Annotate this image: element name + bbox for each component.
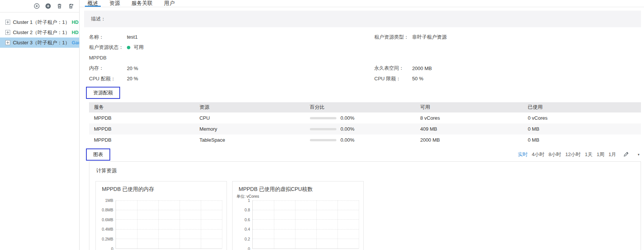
app-window: Cluster 1（叶子租户：1） HD Cluster 2（叶子租户：1） H… (0, 0, 644, 250)
chart-plot-area: 1MB 0.8MB 0.6MB 0.4MB 0.2MB 0 (100, 200, 222, 249)
chevron-down-icon[interactable]: ▾ (638, 153, 639, 156)
table-row-cpu: MPPDB CPU 0.00% 8 vCores 0 vCores (89, 112, 641, 123)
delete-restore-icon[interactable] (68, 3, 74, 9)
field-memory: 内存： 20 % (84, 63, 369, 74)
y-axis-labels: 1MB 0.8MB 0.6MB 0.4MB 0.2MB 0 (100, 200, 116, 249)
cpu-chart-card: MPPDB 已使用的虚拟CPU核数 单位: vCores 1 0.8 0.6 0… (232, 181, 364, 250)
table-row-tablespace: MPPDB TableSpace 0.00% 2000 MB 0 MB (89, 134, 641, 145)
status-dot-icon (127, 46, 130, 49)
chart-title: MPPDB 已使用的内存 (102, 186, 222, 193)
field-service-group: MPPDB (84, 53, 369, 63)
memory-chart-card: MPPDB 已使用的内存 1MB 0.8MB 0.6MB 0.4MB 0.2MB… (95, 181, 227, 250)
tab-users[interactable]: 用户 (163, 0, 176, 7)
description-banner: 描述： (84, 11, 641, 27)
percent-bar (310, 139, 336, 141)
tenant-fields: 名称： test1 租户资源状态： 可用 MPPDB 内存： 20 % (84, 32, 641, 84)
edit-time-range-icon[interactable] (623, 152, 629, 157)
cluster-tag: Gau (72, 40, 79, 45)
cluster-tree: Cluster 1（叶子租户：1） HD Cluster 2（叶子租户：1） H… (0, 12, 79, 48)
compute-resources-panel: 计算资源 MPPDB 已使用的内存 1MB 0.8MB 0.6MB 0.4MB (89, 161, 641, 250)
time-range-12h[interactable]: 12小时 (565, 151, 580, 158)
expand-icon[interactable] (5, 30, 10, 35)
quota-section-header: 资源配额 (86, 87, 641, 99)
tenant-status-value: 可用 (134, 44, 144, 51)
fields-right-column: 租户资源类型： 非叶子租户资源 永久表空间： 2000 MB CPU 限额： 5… (369, 32, 641, 84)
field-spacer (369, 42, 641, 53)
add-circle-icon[interactable] (34, 3, 40, 9)
delete-icon[interactable] (56, 3, 63, 9)
field-spacer (369, 53, 641, 63)
tab-bar: 概述 资源 服务关联 用户 (80, 0, 644, 7)
cluster-label: Cluster 2（叶子租户：1） (13, 29, 70, 36)
field-resource-type: 租户资源类型： 非叶子租户资源 (369, 32, 641, 42)
tab-overview[interactable]: 概述 (86, 0, 99, 7)
col-resource: 资源 (199, 102, 309, 112)
percent-bar (310, 117, 336, 119)
time-range-1m[interactable]: 1月 (608, 151, 616, 158)
tab-service-association[interactable]: 服务关联 (130, 0, 154, 7)
quota-section-title[interactable]: 资源配额 (86, 87, 120, 99)
fields-left-column: 名称： test1 租户资源状态： 可用 MPPDB 内存： 20 % (84, 32, 369, 84)
time-range-realtime[interactable]: 实时 (518, 151, 528, 158)
plot-grid (252, 200, 359, 249)
plot-grid (116, 200, 222, 249)
chart-unit-label (100, 194, 222, 200)
percent-bar (310, 128, 336, 130)
tree-item-cluster2[interactable]: Cluster 2（叶子租户：1） HD (0, 27, 79, 38)
tree-item-cluster3[interactable]: Cluster 3（叶子租户：1） Gau (0, 38, 79, 48)
cluster-label: Cluster 1（叶子租户：1） (13, 19, 70, 26)
charts-section-title[interactable]: 图表 (86, 148, 110, 161)
chart-cards: MPPDB 已使用的内存 1MB 0.8MB 0.6MB 0.4MB 0.2MB… (95, 181, 635, 250)
sidebar-toolbar (0, 0, 79, 12)
y-axis-labels: 1 0.8 0.6 0.4 0.2 0 (236, 200, 252, 249)
description-label: 描述： (91, 16, 106, 22)
col-service: 服务 (89, 102, 199, 112)
field-status: 租户资源状态： 可用 (84, 42, 369, 53)
percent-value: 0.00% (341, 137, 355, 143)
tab-resources[interactable]: 资源 (108, 0, 121, 7)
quota-table-header-row: 服务 资源 百分比 可用 已使用 (89, 102, 641, 112)
cluster-sidebar: Cluster 1（叶子租户：1） HD Cluster 2（叶子租户：1） H… (0, 0, 80, 250)
cluster-label: Cluster 3（叶子租户：1） (13, 39, 70, 46)
cluster-tag: HD (72, 30, 78, 35)
tree-item-cluster1[interactable]: Cluster 1（叶子租户：1） HD (0, 17, 79, 27)
col-available: 可用 (420, 102, 528, 112)
field-cpu-quota: CPU 配额： 20 % (84, 73, 369, 84)
col-used: 已使用 (528, 102, 641, 112)
time-range-selector: 实时 4小时 8小时 12小时 1天 1周 1月 ▾ (518, 151, 641, 158)
field-table-space: 永久表空间： 2000 MB (369, 63, 641, 74)
percent-value: 0.00% (341, 115, 355, 121)
time-range-1w[interactable]: 1周 (597, 151, 604, 158)
time-range-1d[interactable]: 1天 (585, 151, 592, 158)
add-circle-filled-icon[interactable] (45, 3, 51, 9)
overview-content: 描述： 名称： test1 租户资源状态： 可用 MPPDB (80, 7, 644, 250)
main-panel: 概述 资源 服务关联 用户 描述： 名称： test1 租户资源状态： 可 (80, 0, 644, 250)
tenant-name-value: test1 (127, 34, 138, 40)
chart-plot-area: 1 0.8 0.6 0.4 0.2 0 (236, 200, 359, 249)
time-range-4h[interactable]: 4小时 (532, 151, 544, 158)
expand-icon[interactable] (5, 40, 10, 45)
cluster-tag: HD (72, 20, 78, 25)
expand-icon[interactable] (5, 20, 10, 25)
compute-resources-title: 计算资源 (96, 167, 635, 174)
time-range-8h[interactable]: 8小时 (549, 151, 561, 158)
field-cpu-limit: CPU 限额： 50 % (369, 73, 641, 84)
charts-section-header: 图表 实时 4小时 8小时 12小时 1天 1周 1月 ▾ (84, 148, 641, 161)
field-name: 名称： test1 (84, 32, 369, 42)
table-row-memory: MPPDB Memory 0.00% 409 MB 0 MB (89, 123, 641, 134)
col-percent: 百分比 (310, 102, 420, 112)
chart-unit-label: 单位: vCores (236, 194, 359, 200)
quota-table: 服务 资源 百分比 可用 已使用 MPPDB CPU 0.00% 8 vCore… (89, 102, 641, 145)
chart-title: MPPDB 已使用的虚拟CPU核数 (239, 186, 359, 193)
percent-value: 0.00% (341, 126, 355, 132)
